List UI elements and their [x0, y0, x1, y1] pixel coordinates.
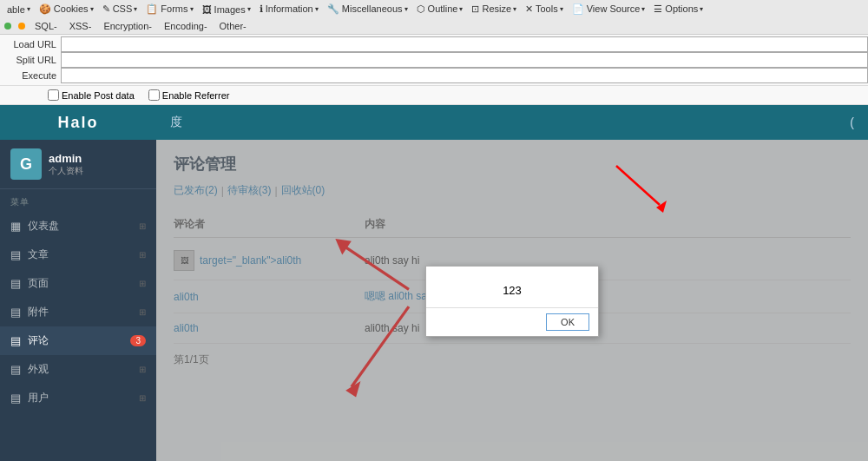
- sidebar-item-appearance[interactable]: ▤ 外观 ⊞: [0, 355, 156, 384]
- alert-dialog: 123 OK: [425, 266, 599, 337]
- app-header-right: 度 (: [156, 115, 868, 130]
- toolbar-encryption[interactable]: Encryption-: [101, 20, 155, 32]
- enable-post-data-label[interactable]: Enable Post data: [48, 89, 135, 101]
- app-title: Halo: [57, 114, 98, 132]
- toolbar-able[interactable]: able▾: [4, 3, 33, 16]
- attachments-icon: ▤: [10, 306, 21, 319]
- menu-section-title: 菜单: [0, 189, 156, 212]
- dashboard-label: 仪表盘: [28, 219, 59, 234]
- toolbar-viewsource[interactable]: 📄 View Source▾: [569, 3, 648, 16]
- dialog-content: 123: [426, 267, 598, 307]
- attachments-expand: ⊞: [139, 307, 146, 317]
- sidebar-item-articles[interactable]: ▤ 文章 ⊞: [0, 240, 156, 269]
- articles-label: 文章: [28, 247, 49, 262]
- sidebar-item-users[interactable]: ▤ 用户 ⊞: [0, 384, 156, 412]
- toolbar-other[interactable]: Other-: [217, 20, 249, 32]
- appearance-label: 外观: [28, 362, 49, 377]
- dashboard-expand: ⊞: [139, 221, 146, 231]
- attachments-label: 附件: [28, 305, 49, 319]
- toolbar-tools[interactable]: ✕ Tools▾: [523, 3, 566, 16]
- dot-orange-indicator: [18, 23, 25, 30]
- users-label: 用户: [28, 391, 49, 405]
- nav-icon-2[interactable]: (: [850, 115, 854, 129]
- app-header: Halo 度 (: [0, 105, 868, 140]
- pages-label: 页面: [28, 276, 49, 291]
- users-icon: ▤: [10, 392, 21, 405]
- pages-icon: ▤: [10, 277, 21, 290]
- app-container: Halo 度 ( G admin 个人资料 菜单: [0, 105, 868, 461]
- main-area: 评论管理 已发布(2) | 待审核(3) | 回收站(0) 评论者 内容 🖼: [156, 140, 868, 461]
- user-name: admin: [49, 152, 83, 165]
- split-url-label[interactable]: Split URL: [0, 55, 61, 65]
- comments-icon: ▤: [10, 334, 21, 347]
- dialog-backdrop: 123 OK: [156, 140, 868, 461]
- load-url-label[interactable]: Load URL: [0, 39, 61, 49]
- toolbar-sql[interactable]: SQL-: [32, 20, 60, 32]
- dashboard-icon: ▦: [10, 220, 21, 233]
- load-url-input[interactable]: [61, 36, 868, 52]
- split-url-row: Split URL: [0, 52, 868, 68]
- sidebar-item-dashboard[interactable]: ▦ 仪表盘 ⊞: [0, 212, 156, 240]
- toolbar-css[interactable]: ✎ CSS▾: [100, 3, 141, 16]
- toolbar-xss[interactable]: XSS-: [67, 20, 95, 32]
- toolbar-encoding[interactable]: Encoding-: [161, 20, 210, 32]
- comments-badge: 3: [130, 335, 146, 346]
- dialog-arrow: [608, 157, 677, 227]
- toolbar-images[interactable]: 🖼 Images▾: [200, 3, 253, 16]
- toolbar-options[interactable]: ☰ Options▾: [651, 3, 706, 16]
- dot-green-indicator: [4, 23, 11, 30]
- articles-expand: ⊞: [139, 250, 146, 260]
- execute-row: Execute: [0, 68, 868, 83]
- dialog-footer: OK: [426, 307, 598, 336]
- sidebar: G admin 个人资料 菜单 ▦ 仪表盘 ⊞ ▤ 文章 ⊞ ▤: [0, 140, 156, 461]
- enable-post-data-checkbox[interactable]: [48, 89, 59, 101]
- enable-referrer-checkbox[interactable]: [148, 89, 160, 101]
- toolbar-resize[interactable]: ⊡ Resize▾: [469, 3, 519, 16]
- browser-toolbar-row1: able▾ 🍪 Cookies▾ ✎ CSS▾ 📋 Forms▾ 🖼 Image…: [0, 0, 868, 18]
- execute-input[interactable]: [61, 68, 868, 83]
- browser-toolbar-row2: SQL- XSS- Encryption- Encoding- Other-: [0, 18, 868, 34]
- user-role: 个人资料: [49, 165, 83, 177]
- pages-expand: ⊞: [139, 279, 146, 288]
- appearance-expand: ⊞: [139, 365, 146, 374]
- svg-marker-5: [656, 201, 667, 213]
- url-tools-panel: Load URL Split URL Execute: [0, 35, 868, 86]
- user-avatar: G: [10, 148, 42, 180]
- load-url-row: Load URL: [0, 36, 868, 52]
- sidebar-item-attachments[interactable]: ▤ 附件 ⊞: [0, 298, 156, 326]
- dialog-message: 123: [503, 284, 522, 297]
- sidebar-item-comments[interactable]: ▤ 评论 3: [0, 326, 156, 355]
- enable-referrer-label[interactable]: Enable Referrer: [148, 89, 230, 101]
- app-logo: Halo: [0, 105, 156, 140]
- execute-label[interactable]: Execute: [0, 70, 61, 81]
- svg-line-4: [616, 166, 660, 205]
- sidebar-user[interactable]: G admin 个人资料: [0, 140, 156, 189]
- nav-icon-1[interactable]: 度: [170, 115, 182, 130]
- toolbar-cookies[interactable]: 🍪 Cookies▾: [36, 3, 96, 16]
- toolbar-information[interactable]: ℹ Information▾: [257, 3, 321, 16]
- dialog-ok-button[interactable]: OK: [546, 313, 589, 331]
- checkbox-row: Enable Post data Enable Referrer: [0, 86, 868, 105]
- split-url-input[interactable]: [61, 52, 868, 68]
- toolbar-misc[interactable]: 🔧 Miscellaneous▾: [325, 3, 411, 16]
- articles-icon: ▤: [10, 248, 21, 261]
- comments-label: 评论: [28, 333, 49, 348]
- sidebar-item-pages[interactable]: ▤ 页面 ⊞: [0, 269, 156, 298]
- app-body: G admin 个人资料 菜单 ▦ 仪表盘 ⊞ ▤ 文章 ⊞ ▤: [0, 140, 868, 461]
- appearance-icon: ▤: [10, 363, 21, 376]
- toolbar-forms[interactable]: 📋 Forms▾: [143, 3, 195, 16]
- users-expand: ⊞: [139, 393, 146, 403]
- toolbar-outline[interactable]: ⬡ Outline▾: [414, 3, 466, 16]
- user-info: admin 个人资料: [49, 152, 83, 177]
